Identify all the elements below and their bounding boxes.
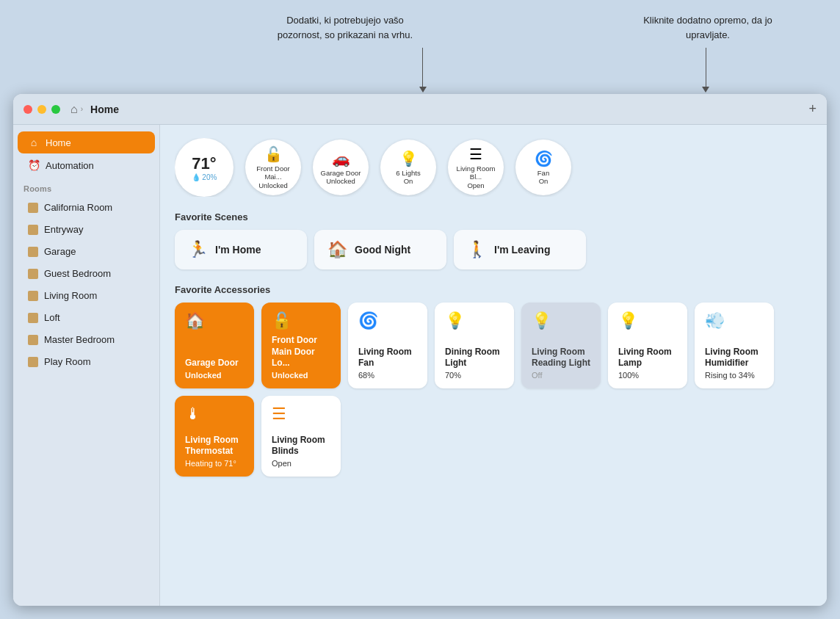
sidebar-item-play-room[interactable]: Play Room xyxy=(18,351,155,372)
scene-label: Good Night xyxy=(355,244,410,256)
sidebar-item-california-room[interactable]: California Room xyxy=(18,197,155,218)
accessories-grid: 🏠 Garage Door Unlocked 🔓 Front Door Main… xyxy=(175,303,812,477)
blinds-status-icon: ☰ xyxy=(469,145,482,163)
blinds-icon: ☰ xyxy=(272,405,330,424)
sidebar-item-entryway[interactable]: Entryway xyxy=(18,219,155,240)
status-badge-front-door[interactable]: 🔓 Front Door Mai...Unlocked xyxy=(245,140,301,195)
front-door-icon: 🔓 xyxy=(272,311,330,330)
status-badge-blinds[interactable]: ☰ Living Room Bl...Open xyxy=(448,140,504,195)
temperature-value: 71° xyxy=(192,154,216,173)
status-badge-garage-door[interactable]: 🚗 Garage DoorUnlocked xyxy=(313,140,369,195)
accessory-living-room-humidifier[interactable]: 💨 Living Room Humidifier Rising to 34% xyxy=(695,303,774,388)
accessory-living-room-reading-light[interactable]: 💡 Living Room Reading Light Off xyxy=(521,303,601,388)
accessory-name: Garage Door xyxy=(185,358,244,369)
accessory-name: Front Door Main Door Lo... xyxy=(272,335,330,369)
sidebar-item-label: Living Room xyxy=(44,290,97,301)
sidebar-item-label: Loft xyxy=(44,312,60,323)
sidebar-item-living-room[interactable]: Living Room xyxy=(18,285,155,306)
app-window: ⌂ › Home + ⌂ Home ⏰ Automation Rooms Cal… xyxy=(13,94,827,606)
humidity-value: 💧 20% xyxy=(192,173,217,181)
sidebar-item-guest-bedroom[interactable]: Guest Bedroom xyxy=(18,263,155,284)
annotation-line-left xyxy=(422,48,423,88)
breadcrumb-chevron: › xyxy=(81,105,83,113)
room-icon xyxy=(28,269,38,279)
sidebar-item-label: Garage xyxy=(44,246,76,257)
sidebar-item-label: Home xyxy=(46,137,71,148)
status-row: 71° 💧 20% 🔓 Front Door Mai...Unlocked 🚗 … xyxy=(175,138,812,197)
accessory-living-room-fan[interactable]: 🌀 Living Room Fan 68% xyxy=(348,303,427,388)
temperature-widget[interactable]: 71° 💧 20% xyxy=(175,138,233,197)
status-badge-text: Front Door Mai...Unlocked xyxy=(251,164,295,189)
status-badge-text: FanOn xyxy=(537,169,549,186)
status-badge-fan[interactable]: 🌀 FanOn xyxy=(515,140,571,195)
sidebar-item-automation[interactable]: ⏰ Automation xyxy=(18,154,155,176)
maximize-button[interactable] xyxy=(51,105,60,114)
accessory-status: Unlocked xyxy=(185,371,244,380)
sidebar-item-loft[interactable]: Loft xyxy=(18,307,155,328)
scene-im-home[interactable]: 🏃 I'm Home xyxy=(175,230,307,269)
sidebar: ⌂ Home ⏰ Automation Rooms California Roo… xyxy=(13,125,160,606)
home-nav-icon: ⌂ xyxy=(28,137,40,148)
accessory-living-room-thermostat[interactable]: 🌡 Living Room Thermostat Heating to 71° xyxy=(175,396,254,477)
sidebar-item-label: Play Room xyxy=(44,356,91,367)
accessory-status: 68% xyxy=(358,371,417,380)
add-button[interactable]: + xyxy=(808,101,817,117)
lights-status-icon: 💡 xyxy=(399,150,418,167)
accessory-dining-room-light[interactable]: 💡 Dining Room Light 70% xyxy=(435,303,514,388)
accessory-front-door[interactable]: 🔓 Front Door Main Door Lo... Unlocked xyxy=(261,303,341,388)
sidebar-item-garage[interactable]: Garage xyxy=(18,241,155,262)
accessory-name: Living Room Humidifier xyxy=(705,347,764,369)
sidebar-item-label: California Room xyxy=(44,202,112,213)
accessory-status: Off xyxy=(532,371,590,380)
thermostat-icon: 🌡 xyxy=(185,405,244,424)
fan-status-icon: 🌀 xyxy=(535,150,553,167)
humidifier-icon: 💨 xyxy=(705,311,764,330)
annotation-left: Dodatki, ki potrebujejo vašo pozornost, … xyxy=(264,13,426,42)
annotation-line-right xyxy=(706,48,706,88)
accessory-status: 70% xyxy=(445,371,504,380)
sidebar-item-master-bedroom[interactable]: Master Bedroom xyxy=(18,329,155,350)
accessory-garage-door[interactable]: 🏠 Garage Door Unlocked xyxy=(175,303,254,388)
accessory-living-room-blinds[interactable]: ☰ Living Room Blinds Open xyxy=(261,396,341,477)
room-icon xyxy=(28,225,38,235)
status-badge-lights[interactable]: 💡 6 LightsOn xyxy=(380,140,436,195)
front-door-status-icon: 🔓 xyxy=(264,145,283,163)
titlebar: ⌂ › Home + xyxy=(13,94,827,125)
reading-light-icon: 💡 xyxy=(532,311,590,330)
im-home-icon: 🏃 xyxy=(188,240,208,259)
favorite-scenes-label: Favorite Scenes xyxy=(175,211,812,222)
room-icon xyxy=(28,291,38,301)
im-leaving-icon: 🚶 xyxy=(467,240,487,259)
fan-icon: 🌀 xyxy=(358,311,417,330)
titlebar-nav: ⌂ › xyxy=(70,103,83,116)
scene-label: I'm Leaving xyxy=(494,244,550,256)
sidebar-item-label: Master Bedroom xyxy=(44,334,115,345)
lamp-icon: 💡 xyxy=(618,311,677,330)
accessory-status: Rising to 34% xyxy=(705,371,764,380)
accessory-living-room-lamp[interactable]: 💡 Living Room Lamp 100% xyxy=(608,303,687,388)
accessory-status: Unlocked xyxy=(272,371,330,380)
good-night-icon: 🏠 xyxy=(327,240,347,259)
sidebar-item-home[interactable]: ⌂ Home xyxy=(18,131,155,153)
room-icon xyxy=(28,247,38,257)
room-icon xyxy=(28,335,38,345)
status-badge-text: 6 LightsOn xyxy=(396,169,420,186)
scene-good-night[interactable]: 🏠 Good Night xyxy=(314,230,446,269)
minimize-button[interactable] xyxy=(37,105,46,114)
garage-door-status-icon: 🚗 xyxy=(332,150,350,167)
traffic-lights xyxy=(23,105,60,114)
close-button[interactable] xyxy=(23,105,32,114)
sidebar-item-label: Guest Bedroom xyxy=(44,268,111,279)
accessory-name: Living Room Thermostat xyxy=(185,435,244,457)
room-icon xyxy=(28,357,38,367)
annotation-arrow-right xyxy=(702,87,709,93)
rooms-section-label: Rooms xyxy=(13,177,159,196)
annotation-arrow-left xyxy=(419,87,427,93)
annotation-right: Kliknite dodatno opremo, da jo upravljat… xyxy=(634,13,781,42)
content-panel: 71° 💧 20% 🔓 Front Door Mai...Unlocked 🚗 … xyxy=(160,125,827,606)
scenes-grid: 🏃 I'm Home 🏠 Good Night 🚶 I'm Leaving xyxy=(175,230,812,269)
scene-im-leaving[interactable]: 🚶 I'm Leaving xyxy=(454,230,586,269)
room-icon xyxy=(28,203,38,213)
accessory-name: Living Room Blinds xyxy=(272,435,330,457)
main-content: ⌂ Home ⏰ Automation Rooms California Roo… xyxy=(13,125,827,606)
